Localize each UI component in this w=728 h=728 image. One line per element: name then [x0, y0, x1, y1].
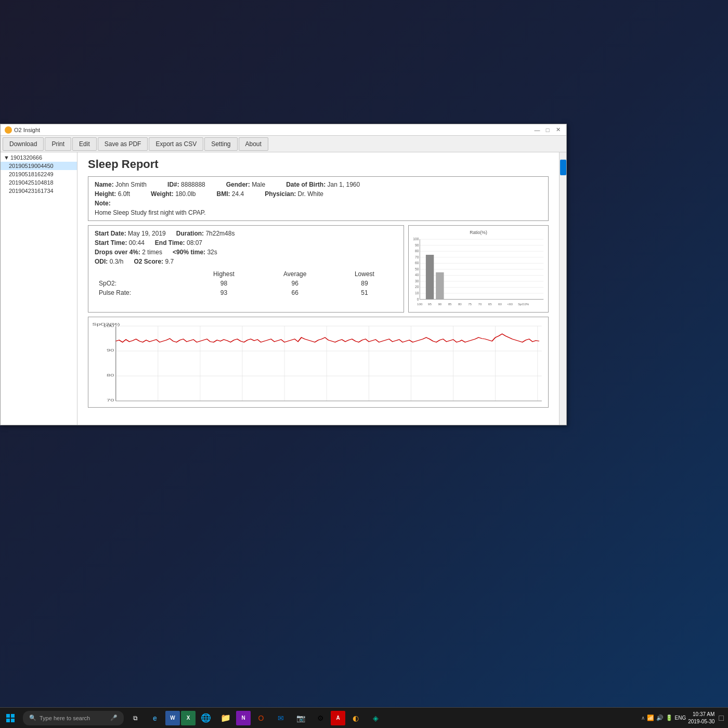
task-view-icon[interactable]: ⧉: [126, 709, 145, 727]
save-pdf-button[interactable]: Save as PDF: [98, 137, 148, 151]
svg-text:80: 80: [107, 373, 114, 378]
note-label: Note:: [95, 200, 111, 207]
sidebar-item-2[interactable]: 20190425104818: [1, 178, 77, 187]
sidebar-item-1[interactable]: 20190518162249: [1, 170, 77, 178]
setting-button[interactable]: Setting: [204, 137, 237, 151]
svg-text:85: 85: [448, 302, 452, 306]
bmi-label: BMI:: [217, 190, 232, 198]
svg-text:100: 100: [103, 323, 114, 328]
scrollbar[interactable]: [559, 152, 566, 425]
spo2-highest: 98: [189, 279, 258, 288]
content-area[interactable]: Sleep Report Name: John Smith ID#: 88888…: [77, 152, 559, 425]
toolbar: Download Print Edit Save as PDF Export a…: [1, 136, 566, 152]
word-icon[interactable]: W: [165, 711, 180, 725]
taskbar-right: ∧ 📶 🔊 🔋 ENG 10:37 AM 2019-05-30 □: [641, 711, 729, 725]
height-value: 6.0ft: [118, 190, 130, 198]
explorer-icon[interactable]: 📁: [216, 709, 235, 727]
app-icon-2[interactable]: ◐: [346, 709, 365, 727]
svg-text:40: 40: [415, 273, 419, 277]
patient-row-1: Name: John Smith ID#: 8888888 Gender: Ma…: [95, 181, 542, 188]
stats-row-2: Start Time: 00:44 End Time: 08:07: [95, 239, 397, 246]
minimize-button[interactable]: —: [533, 126, 541, 134]
app-icon-3[interactable]: ◈: [366, 709, 385, 727]
export-csv-button[interactable]: Export as CSV: [149, 137, 203, 151]
camera-icon[interactable]: 📷: [291, 709, 310, 727]
scrollbar-thumb[interactable]: [560, 160, 566, 175]
about-button[interactable]: About: [239, 137, 268, 151]
chevron-down-icon: ▼: [4, 154, 9, 161]
gender-value: Male: [252, 181, 265, 188]
mail-icon[interactable]: ✉: [271, 709, 290, 727]
patient-gender: Gender: Male: [226, 181, 265, 188]
sidebar-item-0[interactable]: 20190519004450: [1, 162, 77, 170]
svg-text:SpO2%: SpO2%: [518, 302, 529, 306]
patient-name: Name: John Smith: [95, 181, 147, 188]
windows-icon: [6, 714, 15, 722]
svg-text:75: 75: [468, 302, 472, 306]
network-icon: 📶: [647, 714, 654, 721]
bar-chart-svg: Ratio(%) 100 90 80 70 60 50 40 30 20: [411, 228, 546, 308]
maximize-button[interactable]: □: [543, 126, 552, 134]
up-arrow-icon[interactable]: ∧: [641, 715, 645, 721]
spo2-average: 96: [258, 279, 332, 288]
onenote-icon[interactable]: N: [236, 711, 251, 725]
svg-text:65: 65: [488, 302, 492, 306]
drops: Drops over 4%: 2 times: [95, 249, 162, 256]
excel-icon[interactable]: X: [181, 711, 196, 725]
note-text: Home Sleep Study first night with CPAP.: [95, 209, 542, 216]
app-icon: [5, 126, 12, 134]
app-window: O2 Insight — □ ✕ Download Print Edit Sav…: [0, 124, 567, 425]
edge-icon[interactable]: e: [146, 709, 164, 727]
svg-rect-59: [6, 714, 10, 718]
settings-icon[interactable]: ⚙: [311, 709, 330, 727]
patient-row-2: Height: 6.0ft Weight: 180.0lb BMI: 24.4: [95, 190, 542, 198]
acrobat-icon[interactable]: A: [331, 711, 345, 725]
patient-note: Note:: [95, 200, 542, 207]
svg-text:60: 60: [415, 261, 419, 265]
sidebar-group-header[interactable]: ▼ 1901320666: [1, 153, 77, 162]
physician-label: Physician:: [265, 190, 297, 198]
lang-label: ENG: [675, 715, 686, 721]
table-row: Pulse Rate: 93 66 51: [95, 288, 397, 297]
dob-label: Date of Birth:: [286, 181, 327, 188]
weight-label: Weight:: [151, 190, 175, 198]
svg-text:70: 70: [415, 255, 419, 259]
patient-weight: Weight: 180.0lb: [151, 190, 196, 198]
svg-text:80: 80: [458, 302, 462, 306]
bmi-value: 24.4: [232, 190, 244, 198]
patient-height: Height: 6.0ft: [95, 190, 130, 198]
svg-text:Ratio(%): Ratio(%): [470, 230, 487, 236]
col-highest: Highest: [189, 269, 258, 279]
sidebar-group-label: 1901320666: [10, 154, 42, 161]
notification-icon[interactable]: □: [719, 713, 724, 723]
pulse-lowest: 51: [332, 288, 397, 297]
svg-rect-62: [11, 719, 15, 722]
col-label: [95, 269, 189, 279]
chrome-icon[interactable]: 🌐: [197, 709, 215, 727]
pulse-highest: 93: [189, 288, 258, 297]
edit-button[interactable]: Edit: [72, 137, 97, 151]
download-button[interactable]: Download: [3, 137, 44, 151]
svg-text:10: 10: [415, 291, 419, 295]
gender-label: Gender:: [226, 181, 252, 188]
svg-text:90: 90: [438, 302, 441, 306]
stats-row-4: ODI: 0.3/h O2 Score: 9.7: [95, 258, 397, 265]
desktop: O2 Insight — □ ✕ Download Print Edit Sav…: [0, 0, 728, 728]
close-button[interactable]: ✕: [554, 126, 562, 134]
patient-dob: Date of Birth: Jan 1, 1960: [286, 181, 360, 188]
office-icon[interactable]: O: [252, 709, 270, 727]
stats-row-3: Drops over 4%: 2 times <90% time: 32s: [95, 249, 397, 256]
report-title: Sleep Report: [88, 158, 549, 171]
spo2-lowest: 89: [332, 279, 397, 288]
start-button[interactable]: [0, 708, 21, 729]
taskbar-search[interactable]: 🔍 🎤: [23, 711, 124, 725]
sidebar-item-3[interactable]: 20190423161734: [1, 187, 77, 195]
search-input[interactable]: [40, 715, 107, 721]
height-label: Height:: [95, 190, 118, 198]
main-layout: ▼ 1901320666 20190519004450 201905181622…: [1, 152, 566, 425]
physician-value: Dr. White: [298, 190, 323, 198]
svg-text:20: 20: [415, 285, 419, 289]
svg-text:90: 90: [107, 348, 114, 353]
print-button[interactable]: Print: [45, 137, 71, 151]
col-lowest: Lowest: [332, 269, 397, 279]
